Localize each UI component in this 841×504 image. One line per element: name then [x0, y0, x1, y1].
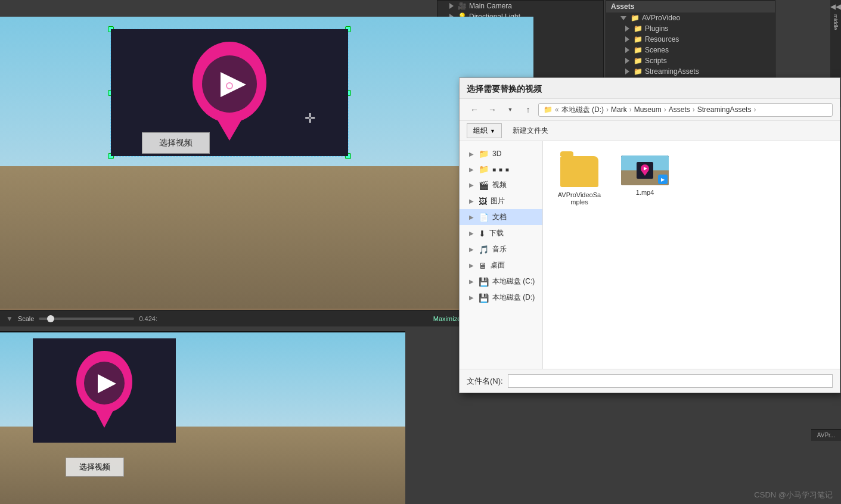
scale-bar: ▼ Scale 0.424: Maximize On Play Mute Au.…: [0, 310, 533, 326]
assets-item-plugins[interactable]: 📁 Plugins: [606, 23, 775, 34]
breadcrumb-assets[interactable]: Assets: [669, 105, 690, 114]
nav-forward-btn[interactable]: →: [485, 102, 500, 117]
dialog-title: 选择需要替换的视频: [467, 84, 542, 94]
sidebar-arrow-misc: ▶: [469, 166, 475, 173]
hierarchy-item-main-camera[interactable]: 🎥 Main Camera: [437, 1, 603, 11]
nav-dropdown-btn[interactable]: ▼: [502, 102, 518, 117]
file-dialog: 选择需要替换的视频 ← → ▼ ↑ 📁 « 本地磁盘 (D:) › Mark ›…: [459, 77, 840, 393]
sidebar-arrow-video: ▶: [469, 182, 475, 188]
scale-slider[interactable]: [39, 318, 134, 320]
sidebar-icon-images: 🖼: [479, 197, 487, 206]
sidebar-icon-dl: ⬇: [479, 229, 486, 238]
right-expand-icon[interactable]: ◀◀: [830, 2, 841, 11]
scale-arrow[interactable]: ▼: [6, 315, 13, 323]
sidebar-arrow-c: ▶: [469, 278, 475, 285]
camera-icon: 🎥: [458, 2, 467, 10]
ground-bg: [0, 166, 533, 309]
breadcrumb-folder-icon: 📁: [544, 105, 553, 114]
move-cursor-icon: ✛: [305, 111, 315, 126]
scale-label: Scale: [18, 315, 35, 322]
sidebar-arrow-music: ▶: [469, 246, 475, 253]
nav-back-btn[interactable]: ←: [467, 102, 482, 117]
breadcrumb-sep-0: «: [555, 105, 559, 114]
dialog-titlebar: 选择需要替换的视频: [460, 78, 840, 99]
folder-icon: 📁: [631, 14, 640, 22]
avpro-label: AVPr...: [811, 429, 841, 441]
sidebar-icon-music: 🎵: [479, 245, 489, 254]
nav-up-btn[interactable]: ↑: [520, 102, 536, 117]
dialog-footer: 文件名(N):: [460, 369, 840, 393]
org-dropdown-icon: ▼: [490, 128, 495, 134]
assets-item-scripts[interactable]: 📁 Scripts: [606, 55, 775, 66]
sidebar-arrow-docs: ▶: [469, 214, 475, 220]
sidebar-drive-d[interactable]: ▶ 💾 本地磁盘 (D:): [460, 290, 542, 306]
scale-thumb[interactable]: [47, 315, 54, 322]
breadcrumb-local-disk[interactable]: 本地磁盘 (D:): [561, 105, 604, 115]
assets-panel: Assets 📁 AVProVideo 📁 Plugins 📁 Resource…: [606, 0, 775, 80]
dialog-content-area: AVProVideoSamples: [543, 141, 840, 369]
sidebar-icon-misc: 📁: [479, 164, 489, 174]
sidebar-arrow-desktop: ▶: [469, 262, 475, 269]
game-pin-svg: [69, 349, 140, 433]
sidebar-arrow-d: ▶: [469, 294, 475, 301]
breadcrumb-streaming[interactable]: StreamingAssets: [697, 105, 752, 114]
assets-item-scenes[interactable]: 📁 Scenes: [606, 45, 775, 55]
dialog-nav-toolbar: ← → ▼ ↑ 📁 « 本地磁盘 (D:) › Mark › Museum › …: [460, 99, 840, 121]
sidebar-arrow-dl: ▶: [469, 230, 475, 237]
assets-item-resources[interactable]: 📁 Resources: [606, 34, 775, 45]
folder-thumb-avpro: [560, 155, 598, 188]
thumb-preview: [637, 162, 653, 179]
folder-icon-streaming: 📁: [634, 67, 643, 76]
breadcrumb-mark[interactable]: Mark: [611, 105, 627, 114]
sidebar-arrow-images: ▶: [469, 198, 475, 204]
sidebar-images[interactable]: ▶ 🖼 图片: [460, 193, 542, 209]
thumb-pin: [639, 164, 651, 177]
sidebar-drive-c[interactable]: ▶ 💾 本地磁盘 (C:): [460, 273, 542, 290]
sidebar-docs[interactable]: ▶ 📄 文档: [460, 209, 542, 225]
sidebar-icon-video: 🎬: [479, 181, 489, 190]
organize-btn[interactable]: 组织 ▼: [467, 123, 502, 138]
breadcrumb-bar: 📁 « 本地磁盘 (D:) › Mark › Museum › Assets ›…: [538, 103, 833, 117]
breadcrumb-museum[interactable]: Museum: [634, 105, 662, 114]
new-folder-btn[interactable]: 新建文件夹: [507, 124, 554, 138]
folder-icon-res: 📁: [634, 35, 643, 43]
sidebar-icon-c: 💾: [479, 277, 489, 287]
assets-header: Assets: [606, 1, 775, 13]
sidebar-video[interactable]: ▶ 🎬 视频: [460, 177, 542, 193]
file-item-1mp4[interactable]: ▶ 1.mp4: [618, 151, 672, 201]
right-middle-label: middle: [833, 14, 839, 30]
sidebar-icon-d: 💾: [479, 293, 489, 303]
sidebar-icon-desktop: 🖥: [479, 261, 487, 270]
sidebar-3d[interactable]: ▶ 📁 3D: [460, 146, 542, 161]
file-toolbar-area: 组织 ▼ 新建文件夹: [460, 121, 840, 141]
filename-label: 文件名(N):: [467, 376, 503, 387]
folder-icon-scripts: 📁: [634, 57, 643, 65]
folder-icon-plugins: 📁: [634, 24, 643, 33]
csdn-watermark: CSDN @小马学习笔记: [754, 490, 833, 500]
sidebar-downloads[interactable]: ▶ ⬇ 下载: [460, 225, 542, 241]
sidebar-misc[interactable]: ▶ 📁 ■ ■ ■: [460, 161, 542, 177]
filename-input[interactable]: [508, 374, 833, 388]
unity-scene-viewport: ✛ 选择视频 ▼ Scale 0.424: Maximize On Play M…: [0, 17, 533, 326]
assets-item-streaming[interactable]: 📁 StreamingAssets: [606, 66, 775, 77]
dialog-sidebar: ▶ 📁 3D ▶ 📁 ■ ■ ■ ▶ 🎬 视频 ▶ 🖼 图片 ▶ 📄: [460, 141, 543, 369]
sidebar-icon-docs: 📄: [479, 213, 489, 222]
game-video-panel: [33, 338, 176, 443]
sidebar-desktop[interactable]: ▶ 🖥 桌面: [460, 257, 542, 273]
assets-item-avprovideo[interactable]: 📁 AVProVideo: [606, 13, 775, 23]
video-thumb-1mp4: ▶: [621, 155, 669, 185]
sidebar-arrow-3d: ▶: [469, 151, 475, 157]
scale-value: 0.424:: [139, 315, 157, 322]
svg-marker-10: [642, 172, 648, 176]
video-play-badge: ▶: [658, 175, 668, 184]
sidebar-music[interactable]: ▶ 🎵 音乐: [460, 241, 542, 257]
dialog-body: ▶ 📁 3D ▶ 📁 ■ ■ ■ ▶ 🎬 视频 ▶ 🖼 图片 ▶ 📄: [460, 141, 840, 369]
game-view: 选择视频: [0, 331, 405, 504]
game-select-video-btn[interactable]: 选择视频: [66, 458, 124, 477]
pin-svg: [182, 39, 277, 147]
folder-icon-scenes: 📁: [634, 46, 643, 54]
sidebar-icon-3d: 📁: [479, 149, 489, 158]
file-item-avprovideo[interactable]: AVProVideoSamples: [553, 151, 606, 210]
